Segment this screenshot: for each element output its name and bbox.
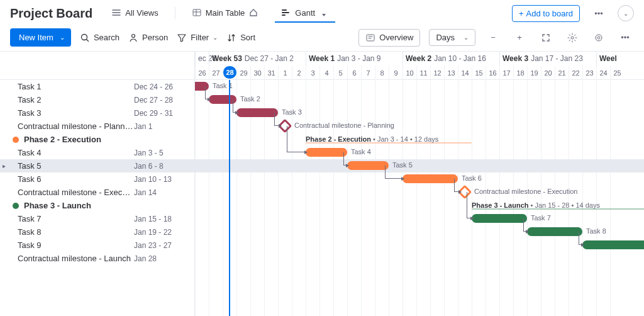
chevron-down-icon: ⌄ [623,10,628,17]
new-item-label: New Item [19,33,53,42]
svg-rect-3 [367,35,374,41]
task-row[interactable]: Task 9Jan 23 - 27 [0,239,194,252]
group-name: Phase 2 - Execution [24,135,184,144]
baseline-button[interactable] [590,29,608,47]
svg-point-4 [571,37,574,39]
filter-button[interactable]: Filter ⌄ [177,33,218,43]
task-name: Task 3 [18,108,134,118]
zoom-in-button[interactable]: + [511,29,528,47]
day-header: 30 [250,65,264,80]
week-header: Week 2Jan 10 - Jan 16 [402,52,499,65]
sort-label: Sort [240,33,255,42]
search-button[interactable]: Search [80,33,119,43]
task-dates: Jan 15 - 18 [134,215,184,223]
gantt-bar[interactable] [582,240,644,249]
task-row[interactable]: Contractual milestone - LaunchJan 28 [0,252,194,265]
task-dates: Jan 28 [134,254,184,263]
dependency-arrow-icon [458,190,462,194]
svg-point-6 [597,37,600,39]
more-button[interactable]: ••• [616,29,634,47]
group-color-dot [13,203,19,209]
task-dates: Dec 24 - 26 [134,82,184,91]
day-header: 18 [513,65,527,80]
task-row[interactable]: Task 7Jan 15 - 18 [0,212,194,225]
timeline-panel[interactable]: ec 26Week 53Dec 27 - Jan 2Week 1Jan 3 - … [195,52,644,316]
dependency-link [467,192,472,218]
overview-label: Overview [379,33,413,42]
task-dates: Jan 23 - 27 [134,241,184,250]
chevron-down-icon: ⌄ [464,34,469,41]
search-icon [80,33,90,43]
table-icon [192,8,202,18]
dependency-arrow-icon [470,217,474,220]
time-scope-select[interactable]: Days ⌄ [429,29,475,46]
settings-button[interactable] [564,29,581,47]
more-options-button[interactable]: ••• [590,4,608,22]
day-header: 8 [375,65,389,80]
plus-icon: + [517,33,522,42]
gantt-bar[interactable] [402,174,458,183]
week-header: Weel [596,52,644,65]
gantt-bar-label: Task 3 [282,108,302,116]
gantt-bar[interactable] [527,227,582,236]
day-header: 2 [292,65,306,80]
gantt-bar[interactable] [306,148,347,157]
gantt-bar-label: Task 6 [462,174,482,182]
gantt-bar[interactable] [472,214,527,223]
task-row[interactable]: Task 3Dec 29 - 31 [0,106,194,120]
gantt-row: Contractual milestone - Planning [195,120,644,133]
task-dates: Jan 3 - 5 [134,149,184,157]
task-name: Task 7 [18,214,134,223]
task-row[interactable]: Task 8Jan 19 - 22 [0,225,194,239]
gantt-row: Task 1 [195,80,644,93]
day-header: 13 [444,65,458,80]
gantt-bar-label: Task 8 [586,227,606,235]
view-tab-main-table[interactable]: Main Table [186,4,265,23]
view-tab-all-views[interactable]: All Views [105,4,165,23]
day-header: 1 [278,65,292,80]
task-row[interactable]: Task 4Jan 3 - 5 [0,146,194,159]
day-header: 16 [486,65,499,80]
collapse-button[interactable]: ⌄ [618,5,634,21]
task-dates: Dec 27 - 28 [134,96,184,104]
gear-icon [567,33,577,43]
view-tab-label: Main Table [206,8,245,18]
day-header: 20 [541,65,555,80]
gantt-bar[interactable] [347,161,389,170]
day-header: 26 [195,65,209,80]
chevron-down-icon: ⌄ [60,34,65,41]
day-header: 6 [347,65,361,80]
gantt-group-label: Phase 2 - Execution • Jan 3 - 14 • 12 da… [306,135,438,143]
gantt-bar-label: Task 2 [240,95,260,103]
view-tab-gantt[interactable]: Gantt [275,4,335,23]
group-row[interactable]: Phase 3 - Launch [0,199,194,212]
timeline-chart[interactable]: Task 1Task 2Task 3Contractual milestone … [195,80,644,316]
task-row[interactable]: Task 1Dec 24 - 26 [0,80,194,93]
sort-button[interactable]: Sort [226,33,255,43]
fullscreen-button[interactable] [537,29,555,47]
gantt-area: Task 1Dec 24 - 26Task 2Dec 27 - 28Task 3… [0,52,644,316]
dependency-arrow-icon [581,243,584,247]
gantt-row: Task 4 [195,146,644,159]
group-row[interactable]: Phase 2 - Execution [0,133,194,146]
day-header-today: 28 [223,66,236,79]
target-icon [594,33,604,43]
task-row[interactable]: Task 2Dec 27 - 28 [0,93,194,106]
add-to-board-button[interactable]: + Add to board [512,5,580,22]
person-icon [128,33,138,43]
gantt-milestone-label: Contractual milestone - Planning [294,121,394,129]
gantt-bar[interactable] [236,108,278,117]
task-name: Task 8 [18,227,134,237]
new-item-button[interactable]: New Item ⌄ [10,28,71,47]
task-row[interactable]: Contractual milestone - PlanningJan 1 [0,120,194,133]
task-row[interactable]: Task 6Jan 10 - 13 [0,172,194,186]
menu-icon [111,8,121,18]
plus-icon: + [519,9,524,18]
day-header: 19 [527,65,541,80]
task-row[interactable]: Task 5Jan 6 - 8 [0,159,194,172]
zoom-out-button[interactable]: − [484,29,502,47]
person-filter-button[interactable]: Person [128,33,168,43]
expand-caret-icon[interactable]: ▸ [3,162,6,169]
overview-button[interactable]: Overview [358,29,420,47]
task-row[interactable]: Contractual milestone - ExecutionJan 14 [0,186,194,199]
